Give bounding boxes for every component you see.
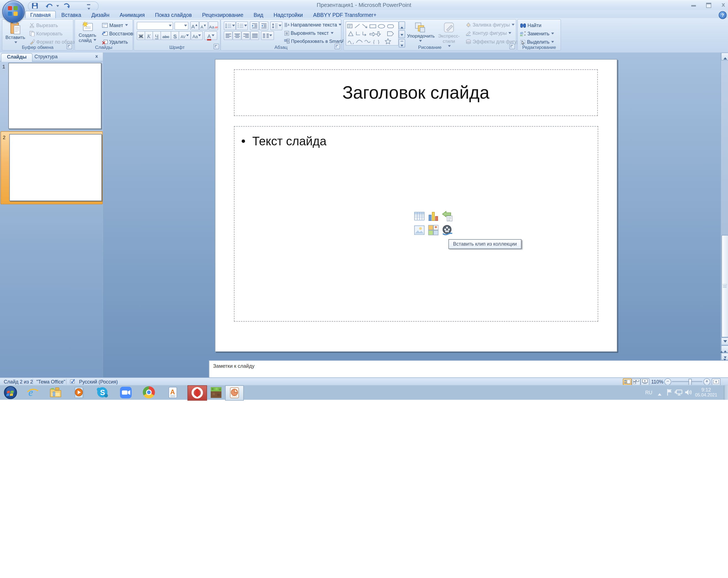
align-center-button[interactable] [233,31,241,40]
text-direction-button[interactable]: A Направление текста [284,22,342,29]
character-spacing-button[interactable]: AV [179,31,191,40]
taskbar-powerpoint-active[interactable] [225,385,243,401]
zoom-out-button[interactable]: − [664,378,671,385]
tray-network-icon[interactable] [674,389,683,396]
shrink-font-button[interactable]: A▼ [199,21,208,30]
scroll-down-button[interactable] [721,337,728,345]
shapes-gallery[interactable]: { } [345,21,398,46]
taskbar-chrome[interactable] [143,386,155,399]
insert-media-icon[interactable] [441,224,453,236]
bold-button[interactable]: Ж [137,31,145,40]
columns-button[interactable] [261,31,274,40]
shape-fill-button[interactable]: Заливка фигуры [466,22,515,29]
slide-1-thumbnail[interactable] [8,63,101,129]
font-color-button[interactable]: А [204,31,217,40]
quick-styles-button[interactable]: Экспресс-стили [435,21,463,48]
shape-outline-button[interactable]: Контур фигуры [466,30,512,37]
shapes-scroll[interactable] [398,21,405,45]
insert-picture-icon[interactable] [413,224,425,236]
align-right-button[interactable] [241,31,250,40]
scrollbar-thumb[interactable] [721,235,728,337]
taskbar-internet-explorer[interactable]: e [27,386,39,399]
align-text-button[interactable]: Выровнять текст [284,30,333,37]
line-spacing-button[interactable] [270,21,283,30]
text-shadow-button[interactable]: S [171,31,179,40]
minimize-button[interactable] [687,1,700,8]
restore-button[interactable] [702,1,715,8]
arrange-button[interactable]: Упорядочить [407,21,433,48]
show-desktop-button[interactable] [724,385,728,400]
close-button[interactable]: x [717,1,728,8]
insert-table-icon[interactable] [413,210,425,222]
font-dialog-launcher[interactable] [213,44,219,49]
layout-button[interactable]: Макет [102,22,128,30]
language-indicator[interactable]: Русский (Россия) [79,379,118,384]
slideshow-view-button[interactable] [641,378,649,385]
normal-view-button[interactable] [623,378,632,385]
tray-action-center-icon[interactable] [666,388,673,396]
scroll-up-button[interactable] [721,52,728,60]
start-button[interactable] [4,386,17,399]
change-case-button[interactable]: Aa [191,31,203,40]
zoom-level[interactable]: 110% [651,379,664,384]
insert-chart-icon[interactable] [427,210,439,222]
strikethrough-button[interactable]: abc [160,31,171,40]
taskbar-opera-active[interactable] [187,385,207,401]
zoom-slider-thumb[interactable] [688,379,692,385]
previous-slide-button[interactable] [721,345,728,353]
panel-tab-outline[interactable]: Структура [29,53,63,61]
slide-2-thumbnail[interactable] [9,134,102,201]
copy-button[interactable]: Копировать [29,31,62,38]
taskbar-zoom[interactable] [120,386,132,399]
taskbar-media-player[interactable] [73,386,85,399]
find-button[interactable]: Найти [520,22,541,30]
tray-clock[interactable]: 9:12 05.04.2021 [694,387,718,398]
bullets-button[interactable] [224,21,236,30]
numbering-button[interactable] [236,21,248,30]
content-placeholder[interactable]: ●Текст слайда [234,126,598,321]
tab-home[interactable]: Главная [25,11,56,19]
redo-button[interactable] [63,2,73,9]
align-left-button[interactable] [224,31,233,40]
office-button[interactable] [2,1,25,23]
tray-volume-icon[interactable] [685,389,692,396]
taskbar-file-explorer[interactable] [49,386,62,399]
clipboard-dialog-launcher[interactable] [67,44,72,49]
save-button[interactable] [31,2,42,9]
slide-sorter-view-button[interactable] [632,378,641,385]
paragraph-dialog-launcher[interactable] [334,44,340,49]
zoom-in-button[interactable]: + [703,378,710,385]
zoom-slider[interactable] [672,381,702,382]
increase-indent-button[interactable] [259,21,268,30]
help-button[interactable]: ? [719,11,727,19]
title-placeholder[interactable]: Заголовок слайда [234,69,598,116]
decrease-indent-button[interactable] [250,21,259,30]
font-name-combo[interactable] [137,22,173,30]
vertical-scrollbar[interactable] [721,52,728,377]
qat-customize-button[interactable] [85,2,92,9]
tray-hidden-icons-arrow[interactable] [658,392,661,396]
justify-button[interactable] [250,31,259,40]
panel-tab-slides[interactable]: Слайды [1,53,33,62]
next-slide-button[interactable] [721,353,728,360]
slide-canvas[interactable]: Заголовок слайда ●Текст слайда [215,59,617,352]
panel-close-button[interactable]: x [95,54,98,59]
new-slide-button[interactable]: Создать слайд [76,21,99,48]
replace-button[interactable]: abac Заменить [520,31,554,38]
taskbar-minecraft[interactable] [210,386,222,399]
fit-to-window-button[interactable] [712,378,721,385]
grow-font-button[interactable]: A▲ [190,21,199,30]
font-size-combo[interactable] [175,22,189,30]
undo-button[interactable] [45,2,59,9]
underline-button[interactable]: Ч [152,31,161,40]
clear-formatting-button[interactable]: Aa [209,21,218,30]
tray-language[interactable]: RU [645,389,652,395]
notes-pane[interactable]: Заметки к слайду [209,360,728,378]
cut-button[interactable]: Вырезать [29,22,58,30]
paste-button[interactable]: Вставить [4,21,27,48]
insert-clipart-icon[interactable] [427,224,439,236]
drawing-dialog-launcher[interactable] [509,44,515,49]
italic-button[interactable]: К [145,31,153,40]
taskbar-text-editor[interactable]: A [166,386,179,399]
insert-smartart-icon[interactable] [441,210,453,222]
